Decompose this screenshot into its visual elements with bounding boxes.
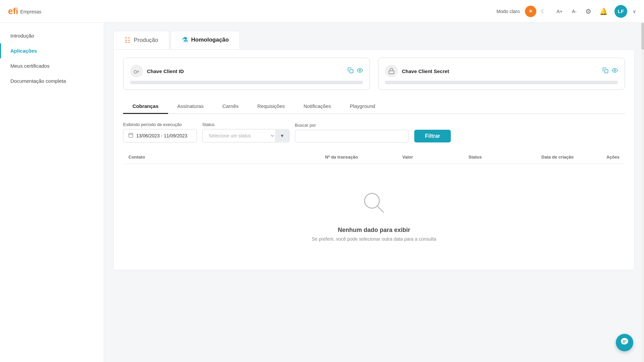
client-id-view-button[interactable] — [357, 67, 363, 75]
sidebar: Introdução Aplicações Meus certificados … — [0, 23, 104, 362]
avatar-button[interactable]: LF — [614, 5, 627, 18]
main-content: ☷ Produção ⚗ Homologação Chave Cli — [104, 23, 644, 362]
env-tab-producao-label: Produção — [134, 37, 158, 44]
filtrar-button[interactable]: Filtrar — [414, 130, 451, 142]
sidebar-item-certificados[interactable]: Meus certificados — [0, 58, 104, 73]
env-tab-homologacao-label: Homologação — [191, 37, 229, 43]
status-chevron-button[interactable]: ▼ — [275, 130, 289, 142]
tab-notificacoes[interactable]: Notificações — [294, 99, 340, 114]
client-id-header: Chave Client ID — [130, 65, 363, 77]
sidebar-item-aplicacoes[interactable]: Aplicações — [0, 43, 104, 58]
svg-line-11 — [378, 206, 384, 213]
client-secret-label: Chave Client Secret — [402, 68, 598, 74]
sidebar-item-documentacao[interactable]: Documentação completa — [0, 73, 104, 88]
user-menu-chevron[interactable]: ∨ — [633, 9, 636, 14]
sidebar-item-aplicacoes-label: Aplicações — [10, 48, 37, 54]
col-status-header: Status — [413, 155, 482, 160]
col-acoes-header: Ações — [574, 155, 620, 160]
svg-rect-4 — [605, 69, 608, 73]
buscar-filter-group: Buscar por — [295, 123, 409, 142]
chat-icon — [620, 337, 629, 348]
table-header: Contato Nº da transação Valor Status Dat… — [123, 150, 625, 164]
svg-rect-1 — [350, 69, 353, 73]
sidebar-item-certificados-label: Meus certificados — [10, 63, 50, 69]
logo: efi Empresas — [8, 6, 41, 16]
period-filter-group: Exibindo período de execução 13/06/2023 … — [123, 122, 197, 142]
status-label: Status — [202, 122, 289, 127]
status-chevron-icon: ▼ — [280, 133, 284, 138]
producao-icon: ☷ — [124, 36, 130, 44]
modo-claro-label: Modo claro — [496, 9, 520, 14]
svg-point-5 — [614, 69, 616, 71]
date-input[interactable]: 13/06/2023 - 11/09/2023 — [123, 129, 197, 142]
keys-row: Chave Client ID — [123, 58, 625, 90]
sidebar-item-introducao-label: Introdução — [10, 33, 34, 39]
status-select-wrap: Selecione um status ▼ — [202, 129, 289, 142]
period-value: 13/06/2023 - 11/09/2023 — [136, 133, 187, 138]
calendar-icon — [128, 132, 133, 139]
font-decrease-button[interactable]: A- — [570, 7, 579, 15]
header-right: Modo claro ☀ ☾ A+ A- ⚙ 🔔 LF ∨ — [496, 5, 636, 18]
gear-icon: ⚙ — [585, 8, 591, 15]
env-tab-producao[interactable]: ☷ Produção — [113, 31, 169, 49]
svg-rect-6 — [129, 133, 133, 137]
light-mode-button[interactable]: ☀ — [525, 6, 536, 17]
client-secret-copy-button[interactable] — [602, 67, 608, 75]
client-secret-view-button[interactable] — [612, 67, 618, 75]
col-valor-header: Valor — [358, 155, 413, 160]
settings-button[interactable]: ⚙ — [584, 6, 593, 17]
period-label: Exibindo período de execução — [123, 122, 197, 127]
client-id-actions — [347, 67, 363, 75]
client-secret-value-bar — [385, 81, 618, 84]
client-id-value-bar — [130, 81, 363, 84]
tab-requisicoes[interactable]: Requisições — [248, 99, 294, 114]
homologacao-icon: ⚗ — [182, 36, 188, 44]
svg-point-2 — [359, 69, 361, 71]
status-select[interactable]: Selecione um status — [203, 129, 275, 142]
empty-state: Nenhum dado para exibir Se preferir, voc… — [123, 164, 625, 262]
chat-fab-button[interactable] — [616, 334, 633, 351]
env-tab-homologacao[interactable]: ⚗ Homologação — [171, 31, 240, 49]
tab-carnes[interactable]: Carnês — [213, 99, 248, 114]
client-secret-card: Chave Client Secret — [378, 58, 625, 90]
empty-title: Nenhum dado para exibir — [338, 227, 410, 234]
empty-search-icon — [362, 191, 386, 220]
font-increase-button[interactable]: A+ — [554, 7, 565, 15]
notifications-button[interactable]: 🔔 — [598, 6, 609, 17]
svg-point-10 — [365, 193, 379, 208]
logo-efi-text: efi — [8, 6, 18, 16]
moon-icon: ☾ — [541, 8, 546, 14]
sidebar-item-documentacao-label: Documentação completa — [10, 78, 66, 84]
client-id-key-icon — [130, 65, 143, 77]
scroll-indicator — [641, 23, 644, 362]
header: efi Empresas Modo claro ☀ ☾ A+ A- ⚙ 🔔 LF… — [0, 0, 644, 23]
tab-cobrancas[interactable]: Cobranças — [123, 99, 168, 114]
scroll-thumb[interactable] — [641, 23, 644, 50]
col-transacao-header: Nº da transação — [266, 155, 358, 160]
empty-subtitle: Se preferir, você pode selecionar outra … — [312, 236, 436, 242]
buscar-input[interactable] — [295, 130, 409, 142]
tab-assinaturas[interactable]: Assinaturas — [168, 99, 213, 114]
logo-empresas-text: Empresas — [20, 9, 41, 14]
col-data-header: Data de criação — [482, 155, 574, 160]
inner-tabs: Cobranças Assinaturas Carnês Requisições… — [123, 99, 625, 114]
filters-row: Exibindo período de execução 13/06/2023 … — [123, 122, 625, 142]
env-tabs: ☷ Produção ⚗ Homologação — [113, 31, 635, 49]
tab-playground[interactable]: Playground — [340, 99, 385, 114]
status-filter-group: Status Selecione um status ▼ — [202, 122, 289, 142]
svg-point-0 — [134, 70, 137, 73]
client-secret-actions — [602, 67, 618, 75]
col-contato-header: Contato — [128, 155, 266, 160]
svg-rect-3 — [389, 71, 394, 74]
buscar-label: Buscar por — [295, 123, 409, 128]
cards-panel: Chave Client ID — [113, 49, 635, 270]
client-secret-header: Chave Client Secret — [385, 65, 618, 77]
sun-icon: ☀ — [528, 8, 533, 14]
client-id-card: Chave Client ID — [123, 58, 370, 90]
dark-mode-button[interactable]: ☾ — [538, 6, 549, 17]
client-secret-key-icon — [385, 65, 398, 77]
bell-icon: 🔔 — [599, 8, 608, 15]
client-id-label: Chave Client ID — [147, 68, 343, 74]
sidebar-item-introducao[interactable]: Introdução — [0, 28, 104, 43]
client-id-copy-button[interactable] — [347, 67, 354, 75]
